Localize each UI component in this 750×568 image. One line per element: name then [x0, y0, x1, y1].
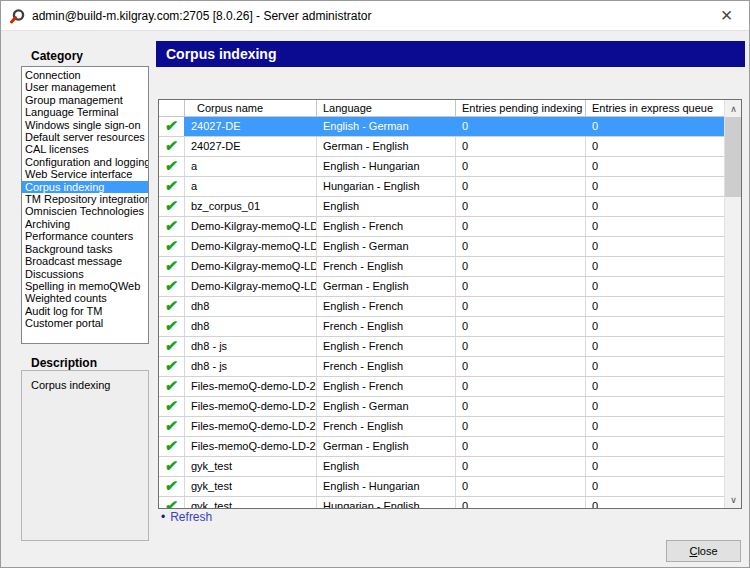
- corpus-name-cell: bz_corpus_01: [185, 197, 317, 216]
- table-row[interactable]: ✔gyk_testEnglish - Hungarian00: [159, 477, 724, 497]
- sidebar-item[interactable]: Background tasks: [22, 243, 148, 255]
- entries-express-cell: 0: [586, 357, 724, 376]
- language-cell: French - English: [317, 257, 456, 276]
- entries-pending-cell: 0: [456, 497, 586, 508]
- language-cell: English - French: [317, 217, 456, 236]
- page-title: Corpus indexing: [156, 41, 745, 67]
- table-row[interactable]: ✔bz_corpus_01English00: [159, 197, 724, 217]
- indexed-check-icon: ✔: [159, 117, 185, 136]
- table-row[interactable]: ✔aEnglish - Hungarian00: [159, 157, 724, 177]
- entries-express-cell: 0: [586, 457, 724, 476]
- entries-express-cell: 0: [586, 437, 724, 456]
- sidebar-item[interactable]: Language Terminal: [22, 106, 148, 118]
- sidebar-item[interactable]: Default server resources: [22, 131, 148, 143]
- table-row[interactable]: ✔Demo-Kilgray-memoQ-LD-2...English - Fre…: [159, 217, 724, 237]
- close-button[interactable]: Close: [666, 540, 741, 562]
- entries-pending-cell: 0: [456, 217, 586, 236]
- corpus-name-cell: Demo-Kilgray-memoQ-LD-2...: [185, 277, 317, 296]
- sidebar-item[interactable]: Broadcast message: [22, 255, 148, 267]
- description-box: Corpus indexing: [21, 370, 149, 541]
- language-cell: French - English: [317, 417, 456, 436]
- corpus-name-cell: dh8: [185, 317, 317, 336]
- table-row[interactable]: ✔Demo-Kilgray-memoQ-LD-2...German - Engl…: [159, 277, 724, 297]
- column-header-entries-pending[interactable]: Entries pending indexing: [456, 100, 586, 116]
- table-row[interactable]: ✔dh8English - French00: [159, 297, 724, 317]
- entries-express-cell: 0: [586, 337, 724, 356]
- table-row[interactable]: ✔gyk_testEnglish00: [159, 457, 724, 477]
- entries-pending-cell: 0: [456, 177, 586, 196]
- corpus-name-cell: dh8 - js: [185, 357, 317, 376]
- table-row[interactable]: ✔Demo-Kilgray-memoQ-LD-2...English - Ger…: [159, 237, 724, 257]
- refresh-link-label: Refresh: [170, 510, 212, 524]
- sidebar-item[interactable]: User management: [22, 81, 148, 93]
- table-row[interactable]: ✔aHungarian - English00: [159, 177, 724, 197]
- language-cell: Hungarian - English: [317, 497, 456, 508]
- language-cell: German - English: [317, 137, 456, 156]
- window-close-button[interactable]: ×: [704, 1, 749, 30]
- sidebar-item[interactable]: Weighted counts: [22, 292, 148, 304]
- entries-express-cell: 0: [586, 377, 724, 396]
- entries-express-cell: 0: [586, 277, 724, 296]
- sidebar-item[interactable]: Configuration and logging: [22, 156, 148, 168]
- table-row[interactable]: ✔Files-memoQ-demo-LD-2015German - Englis…: [159, 437, 724, 457]
- language-cell: English: [317, 457, 456, 476]
- sidebar-item[interactable]: Discussions: [22, 268, 148, 280]
- corpus-name-cell: gyk_test: [185, 457, 317, 476]
- indexed-check-icon: ✔: [159, 477, 185, 496]
- sidebar-item[interactable]: Spelling in memoQWeb: [22, 280, 148, 292]
- indexed-check-icon: ✔: [159, 197, 185, 216]
- column-header-language[interactable]: Language: [317, 100, 456, 116]
- corpus-name-cell: dh8 - js: [185, 337, 317, 356]
- column-header-corpus-name[interactable]: Corpus name: [185, 100, 317, 116]
- sidebar-item[interactable]: Archiving: [22, 218, 148, 230]
- sidebar-item[interactable]: Audit log for TM: [22, 305, 148, 317]
- language-cell: English - German: [317, 397, 456, 416]
- sidebar-item[interactable]: Connection: [22, 69, 148, 81]
- language-cell: English - Hungarian: [317, 477, 456, 496]
- sidebar-item[interactable]: TM Repository integration: [22, 193, 148, 205]
- sidebar-item[interactable]: CAL licenses: [22, 143, 148, 155]
- entries-express-cell: 0: [586, 477, 724, 496]
- entries-pending-cell: 0: [456, 317, 586, 336]
- sidebar-item[interactable]: Windows single sign-on: [22, 119, 148, 131]
- table-row[interactable]: ✔dh8French - English00: [159, 317, 724, 337]
- sidebar-item[interactable]: Group management: [22, 94, 148, 106]
- table-row[interactable]: ✔Files-memoQ-demo-LD-2015English - Frenc…: [159, 377, 724, 397]
- entries-pending-cell: 0: [456, 337, 586, 356]
- refresh-link[interactable]: • Refresh: [161, 510, 212, 524]
- vertical-scrollbar[interactable]: ∧ ∨: [724, 100, 741, 508]
- scrollbar-thumb[interactable]: [725, 117, 742, 197]
- scroll-up-arrow-icon[interactable]: ∧: [725, 100, 742, 117]
- language-cell: Hungarian - English: [317, 177, 456, 196]
- table-row[interactable]: ✔Files-memoQ-demo-LD-2015English - Germa…: [159, 397, 724, 417]
- bullet-icon: •: [161, 510, 165, 524]
- table-row[interactable]: ✔24027-DEGerman - English00: [159, 137, 724, 157]
- indexed-check-icon: ✔: [159, 417, 185, 436]
- sidebar-item[interactable]: Omniscien Technologies: [22, 205, 148, 217]
- server-administrator-dialog: admin@build-m.kilgray.com:2705 [8.0.26] …: [0, 0, 750, 568]
- table-row[interactable]: ✔24027-DEEnglish - German00: [159, 117, 724, 137]
- sidebar-item[interactable]: Corpus indexing: [22, 181, 148, 193]
- status-column-header[interactable]: [159, 100, 185, 116]
- entries-pending-cell: 0: [456, 277, 586, 296]
- entries-express-cell: 0: [586, 217, 724, 236]
- table-row[interactable]: ✔gyk_testHungarian - English00: [159, 497, 724, 508]
- language-cell: French - English: [317, 317, 456, 336]
- corpus-name-cell: Files-memoQ-demo-LD-2015: [185, 437, 317, 456]
- column-header-entries-express[interactable]: Entries in express queue: [586, 100, 724, 116]
- corpus-name-cell: Files-memoQ-demo-LD-2015: [185, 397, 317, 416]
- corpus-name-cell: 24027-DE: [185, 137, 317, 156]
- corpus-name-cell: a: [185, 157, 317, 176]
- scroll-down-arrow-icon[interactable]: ∨: [725, 491, 742, 508]
- table-row[interactable]: ✔dh8 - jsFrench - English00: [159, 357, 724, 377]
- sidebar-item[interactable]: Performance counters: [22, 230, 148, 242]
- sidebar-item[interactable]: Web Service interface: [22, 168, 148, 180]
- table-row[interactable]: ✔Demo-Kilgray-memoQ-LD-2...French - Engl…: [159, 257, 724, 277]
- table-row[interactable]: ✔Files-memoQ-demo-LD-2015French - Englis…: [159, 417, 724, 437]
- entries-express-cell: 0: [586, 317, 724, 336]
- entries-pending-cell: 0: [456, 157, 586, 176]
- sidebar-item[interactable]: Customer portal: [22, 317, 148, 329]
- corpus-name-cell: a: [185, 177, 317, 196]
- entries-express-cell: 0: [586, 237, 724, 256]
- table-row[interactable]: ✔dh8 - jsEnglish - French00: [159, 337, 724, 357]
